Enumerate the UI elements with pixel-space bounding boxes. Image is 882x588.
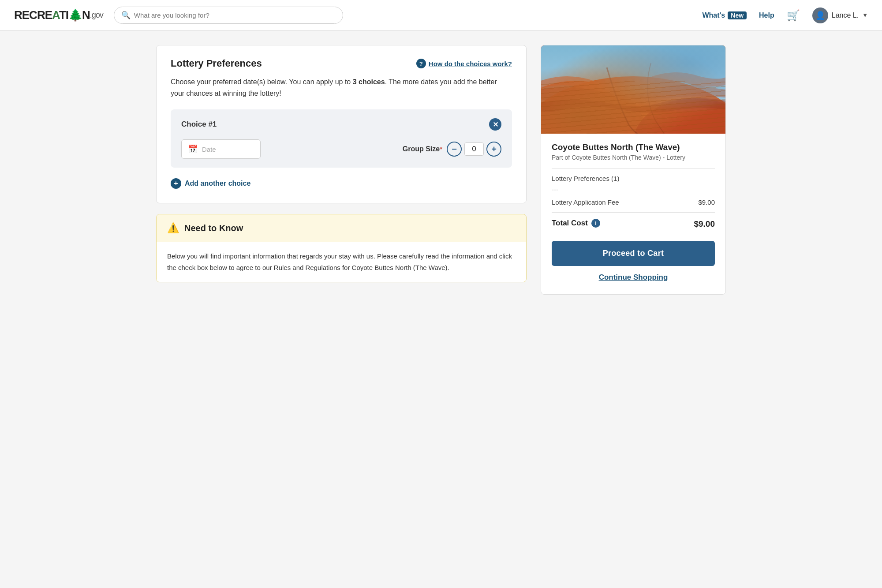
total-cost-row: Total Cost i $9.00 — [552, 219, 715, 229]
summary-dashes: --- — [552, 186, 715, 193]
need-to-know-card: ⚠️ Need to Know Below you will find impo… — [156, 214, 527, 282]
need-to-know-title: Need to Know — [184, 223, 243, 233]
user-avatar: 👤 — [812, 7, 828, 23]
lottery-prefs-summary-label: Lottery Preferences (1) — [552, 175, 619, 182]
date-placeholder: Date — [202, 146, 216, 153]
group-size-section: Group Size* − + — [403, 142, 501, 157]
help-circle-icon: ? — [416, 59, 426, 68]
sidebar-card: Coyote Buttes North (The Wave) Part of C… — [541, 45, 726, 295]
how-choices-label: How do the choices work? — [429, 60, 512, 67]
svg-rect-0 — [541, 45, 725, 134]
choice-label: Choice #1 — [181, 120, 217, 129]
group-size-input[interactable] — [464, 142, 484, 156]
divider-1 — [552, 168, 715, 169]
help-link[interactable]: Help — [759, 11, 774, 19]
site-logo[interactable]: RECREATI🌲N .gov — [14, 8, 103, 22]
total-cost-label: Total Cost — [552, 219, 588, 228]
total-row: Total Cost i — [552, 219, 600, 228]
card-header: Lottery Preferences ? How do the choices… — [171, 58, 512, 69]
decrement-group-size-button[interactable]: − — [447, 142, 462, 157]
remove-choice-button[interactable]: ✕ — [489, 118, 501, 131]
divider-2 — [552, 212, 715, 213]
need-to-know-text: Below you will find important informatio… — [167, 251, 516, 273]
group-size-controls: − + — [447, 142, 501, 157]
location-title: Coyote Buttes North (The Wave) — [552, 142, 715, 152]
total-cost-value: $9.00 — [694, 219, 715, 229]
plus-circle-icon: + — [171, 178, 181, 189]
nav-right: What's New Help 🛒 👤 Lance L. ▼ — [702, 7, 868, 23]
lottery-description: Choose your preferred date(s) below. You… — [171, 76, 512, 99]
lottery-preferences-card: Lottery Preferences ? How do the choices… — [156, 45, 527, 203]
choice-box-header: Choice #1 ✕ — [181, 118, 501, 131]
svg-point-3 — [633, 98, 725, 134]
logo-text: RECREATI🌲N — [14, 8, 90, 22]
add-choice-label: Add another choice — [185, 180, 250, 187]
calendar-icon: 📅 — [188, 144, 198, 154]
whats-new-text: What's — [702, 11, 725, 19]
lottery-prefs-row: Lottery Preferences (1) — [552, 175, 715, 182]
cart-icon[interactable]: 🛒 — [787, 9, 800, 22]
total-info-icon[interactable]: i — [591, 219, 600, 228]
location-image — [541, 45, 725, 134]
navigation: RECREATI🌲N .gov 🔍 What's New Help 🛒 👤 La… — [0, 0, 882, 31]
user-name: Lance L. — [832, 11, 859, 19]
how-choices-link[interactable]: ? How do the choices work? — [416, 59, 512, 68]
search-input[interactable] — [134, 11, 336, 19]
left-panel: Lottery Preferences ? How do the choices… — [156, 45, 527, 282]
fee-value: $9.00 — [698, 198, 715, 206]
lottery-preferences-title: Lottery Preferences — [171, 58, 262, 69]
main-content: Lottery Preferences ? How do the choices… — [146, 31, 736, 309]
user-dropdown-caret: ▼ — [862, 12, 868, 19]
need-to-know-header: ⚠️ Need to Know — [157, 214, 526, 242]
fee-row: Lottery Application Fee $9.00 — [552, 198, 715, 206]
increment-group-size-button[interactable]: + — [486, 142, 501, 157]
continue-shopping-button[interactable]: Continue Shopping — [552, 271, 715, 285]
whats-new-link[interactable]: What's New — [702, 11, 747, 19]
svg-point-2 — [541, 81, 647, 134]
add-choice-button[interactable]: + Add another choice — [171, 176, 250, 191]
proceed-to-cart-button[interactable]: Proceed to Cart — [552, 241, 715, 266]
avatar-icon: 👤 — [815, 11, 825, 20]
search-icon: 🔍 — [121, 11, 131, 20]
group-size-label: Group Size* — [403, 145, 442, 153]
date-input[interactable]: 📅 Date — [181, 139, 261, 159]
new-badge: New — [728, 11, 747, 19]
sidebar-card-body: Coyote Buttes North (The Wave) Part of C… — [541, 134, 725, 294]
choice-fields: 📅 Date Group Size* − + — [181, 139, 501, 159]
user-menu[interactable]: 👤 Lance L. ▼ — [812, 7, 868, 23]
warning-icon: ⚠️ — [167, 222, 179, 234]
svg-point-1 — [541, 76, 725, 134]
logo-gov: .gov — [90, 11, 103, 20]
need-to-know-body: Below you will find important informatio… — [157, 242, 526, 282]
location-illustration — [541, 45, 725, 134]
choice-box-1: Choice #1 ✕ 📅 Date Group Size* − — [171, 109, 512, 168]
right-panel: Coyote Buttes North (The Wave) Part of C… — [541, 45, 726, 295]
search-bar[interactable]: 🔍 — [114, 7, 343, 24]
fee-label: Lottery Application Fee — [552, 198, 619, 206]
location-subtitle: Part of Coyote Buttes North (The Wave) -… — [552, 154, 715, 161]
